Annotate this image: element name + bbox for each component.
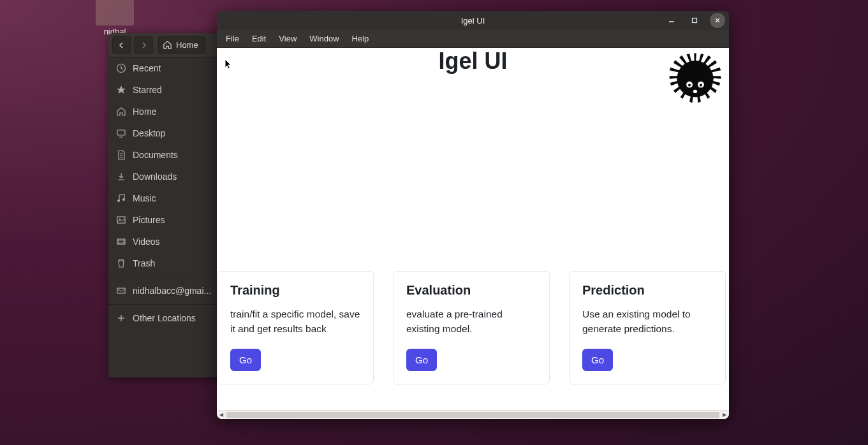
card-prediction: Prediction Use an existing model to gene…: [569, 271, 726, 384]
clock-icon: [116, 63, 126, 73]
menu-view[interactable]: View: [272, 31, 303, 46]
window-title: Igel UI: [461, 16, 485, 26]
sidebar-item-downloads[interactable]: Downloads: [108, 166, 220, 187]
scroll-right-icon[interactable]: ▶: [720, 411, 729, 419]
card-evaluation: Evaluation evaluate a pre-trained existi…: [393, 271, 550, 384]
igel-titlebar[interactable]: Igel UI: [217, 11, 729, 30]
menu-window[interactable]: Window: [303, 31, 345, 46]
svg-point-14: [693, 90, 697, 93]
svg-rect-8: [693, 18, 697, 23]
card-description: train/fit a specific model, save it and …: [230, 307, 360, 337]
maximize-button[interactable]: [687, 13, 702, 28]
sidebar-label: nidhalbacc@gmai...: [133, 286, 211, 296]
plus-icon: [116, 313, 126, 323]
mail-icon: [116, 286, 126, 296]
sidebar-label: Trash: [133, 258, 155, 268]
card-title: Training: [230, 283, 360, 298]
svg-rect-7: [117, 288, 125, 293]
star-icon: [116, 85, 126, 95]
document-icon: [116, 150, 126, 160]
card-description: Use an existing model to generate predic…: [582, 307, 712, 337]
sidebar-label: Home: [133, 106, 156, 117]
svg-point-13: [700, 84, 702, 87]
cursor-icon: [224, 59, 233, 73]
trash-icon: [116, 258, 126, 268]
card-training: Training train/fit a specific model, sav…: [217, 271, 374, 384]
minimize-button[interactable]: [664, 13, 679, 28]
svg-point-2: [117, 200, 120, 202]
sidebar-label: Starred: [133, 85, 162, 95]
menu-edit[interactable]: Edit: [246, 31, 272, 46]
sidebar-label: Downloads: [133, 171, 177, 182]
go-button-evaluation[interactable]: Go: [406, 349, 437, 371]
menu-file[interactable]: File: [219, 31, 246, 46]
sidebar-label: Pictures: [133, 215, 165, 225]
sidebar-label: Recent: [133, 63, 161, 73]
card-title: Prediction: [582, 283, 712, 298]
nav-forward-button[interactable]: [134, 36, 153, 54]
horizontal-scrollbar[interactable]: ◀ ▶: [217, 410, 729, 419]
sidebar-label: Other Locations: [133, 313, 196, 323]
download-icon: [116, 171, 126, 182]
desktop-icon: [116, 128, 126, 138]
cards-row: Training train/fit a specific model, sav…: [217, 271, 729, 384]
hedgehog-logo-icon: [666, 50, 724, 107]
sidebar-label: Documents: [133, 150, 178, 160]
card-description: evaluate a pre-trained existing model.: [406, 307, 536, 337]
go-button-prediction[interactable]: Go: [582, 349, 613, 371]
breadcrumb-home[interactable]: Home: [158, 36, 205, 54]
svg-rect-1: [117, 130, 125, 135]
go-button-training[interactable]: Go: [230, 349, 261, 371]
page-heading: Igel UI: [438, 48, 507, 75]
nav-back-button[interactable]: [112, 36, 131, 54]
video-icon: [116, 237, 126, 247]
card-title: Evaluation: [406, 283, 536, 298]
svg-rect-4: [117, 217, 125, 223]
igel-window: Igel UI File Edit View Window Help Igel …: [217, 11, 729, 419]
picture-icon: [116, 215, 126, 225]
igel-content: Igel UI Training train/fit a spe: [217, 48, 729, 419]
content-header: Igel UI: [217, 48, 729, 99]
sidebar-item-account[interactable]: nidhalbacc@gmai...: [108, 280, 220, 302]
menubar: File Edit View Window Help: [217, 30, 729, 48]
sidebar-item-other-locations[interactable]: Other Locations: [108, 307, 220, 329]
folder-icon: [96, 0, 134, 26]
svg-point-3: [122, 198, 125, 201]
sidebar-item-starred[interactable]: Starred: [108, 79, 220, 101]
music-icon: [116, 193, 126, 203]
sidebar-item-recent[interactable]: Recent: [108, 57, 220, 79]
sidebar-label: Music: [133, 193, 156, 203]
sidebar-label: Videos: [133, 237, 160, 247]
sidebar-item-trash[interactable]: Trash: [108, 252, 220, 274]
sidebar-item-videos[interactable]: Videos: [108, 231, 220, 252]
sidebar-item-music[interactable]: Music: [108, 187, 220, 209]
svg-point-12: [688, 84, 691, 87]
breadcrumb-label: Home: [176, 40, 198, 50]
sidebar-item-documents[interactable]: Documents: [108, 144, 220, 166]
close-button[interactable]: [710, 13, 725, 28]
sidebar-item-desktop[interactable]: Desktop: [108, 122, 220, 144]
files-sidebar: Recent Starred Home Desktop Documents Do…: [108, 57, 221, 377]
scroll-left-icon[interactable]: ◀: [217, 411, 226, 419]
home-icon: [116, 106, 126, 117]
desktop-folder[interactable]: nidhal: [83, 0, 147, 36]
sidebar-label: Desktop: [133, 128, 165, 138]
menu-help[interactable]: Help: [346, 31, 376, 46]
sidebar-item-pictures[interactable]: Pictures: [108, 209, 220, 231]
window-controls: [664, 13, 725, 28]
sidebar-item-home[interactable]: Home: [108, 101, 220, 122]
scroll-track[interactable]: [226, 412, 719, 418]
